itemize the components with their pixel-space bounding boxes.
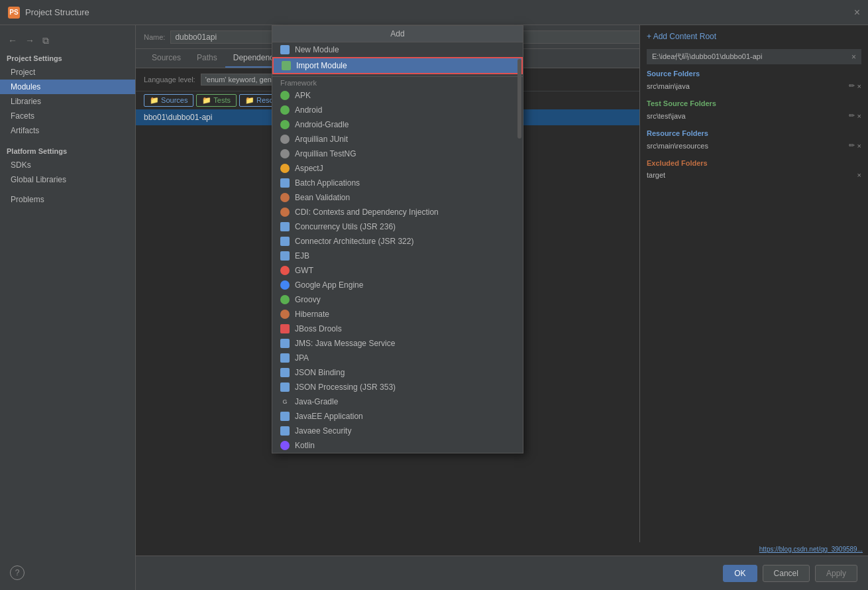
excluded-folder-entry-0: target × [647, 170, 861, 180]
dropdown-item-batch-applications[interactable]: Batch Applications [272, 176, 523, 190]
test-source-folders-section: Test Source Folders src\test\java ✏ × [647, 99, 861, 121]
test-source-folder-edit-0[interactable]: ✏ [849, 111, 855, 120]
ok-button[interactable]: OK [723, 565, 757, 582]
ejb-icon [280, 251, 290, 261]
dropdown-item-ejb[interactable]: EJB [272, 249, 523, 263]
source-folder-edit-0[interactable]: ✏ [849, 82, 855, 90]
cancel-button[interactable]: Cancel [763, 565, 810, 582]
apk-icon [280, 91, 290, 100]
sidebar-item-libraries[interactable]: Libraries [0, 94, 135, 109]
gwt-icon [280, 266, 290, 275]
folder-tab-sources[interactable]: 📁 Sources [144, 94, 193, 107]
sidebar-item-sdks[interactable]: SDKs [0, 158, 135, 172]
test-source-folder-actions-0: ✏ × [849, 111, 861, 120]
source-folder-path-0: src\main\java [647, 82, 690, 90]
sidebar-item-artifacts[interactable]: Artifacts [0, 123, 135, 138]
dropdown-item-apk[interactable]: APK [272, 88, 523, 103]
dropdown-item-import-module[interactable]: Import Module [272, 57, 523, 74]
resource-folder-path-0: src\main\resources [647, 142, 708, 150]
dropdown-item-new-module[interactable]: New Module [272, 42, 523, 57]
excluded-folders-title: Excluded Folders [647, 159, 861, 167]
connector-icon [280, 237, 290, 246]
dropdown-item-json-processing[interactable]: JSON Processing (JSR 353) [272, 380, 523, 394]
tab-paths[interactable]: Paths [189, 49, 225, 68]
excluded-folder-actions-0: × [857, 171, 861, 179]
url-link[interactable]: https://blog.csdn.net/qq_3909589... [759, 546, 863, 553]
folder-tab-tests-icon: 📁 [202, 96, 211, 104]
dropdown-item-jms[interactable]: JMS: Java Message Service [272, 336, 523, 351]
dropdown-item-javaee-application[interactable]: JavaEE Application [272, 409, 523, 424]
android-icon [280, 105, 290, 115]
help-button[interactable]: ? [10, 565, 25, 580]
batch-icon [280, 178, 290, 188]
excluded-folders-section: Excluded Folders target × [647, 159, 861, 180]
sidebar-item-problems[interactable]: Problems [0, 192, 135, 207]
title-bar: PS Project Structure × [0, 0, 868, 25]
dropdown-item-jpa[interactable]: JPA [272, 351, 523, 365]
test-source-folders-title: Test Source Folders [647, 99, 861, 107]
dropdown-scrollbar[interactable] [517, 59, 521, 139]
source-folders-title: Source Folders [647, 70, 861, 78]
add-content-root-button[interactable]: + Add Content Root [647, 32, 861, 41]
gae-icon [280, 280, 290, 290]
nav-copy-button[interactable]: ⧉ [40, 34, 52, 48]
sidebar-item-project[interactable]: Project [0, 65, 135, 80]
dropdown-item-groovy[interactable]: Groovy [272, 292, 523, 307]
jms-icon [280, 339, 290, 348]
sidebar-item-modules[interactable]: Modules [0, 80, 135, 94]
resource-folder-close-0[interactable]: × [857, 141, 861, 150]
path-header-text: E:\idea代码\dubbo01\dubbo01-api [652, 52, 762, 62]
new-module-icon [280, 45, 290, 54]
folder-tab-tests[interactable]: 📁 Tests [196, 94, 237, 107]
sidebar: ← → ⧉ Project Settings Project Modules L… [0, 25, 136, 590]
dropdown-item-kotlin[interactable]: Kotlin [272, 438, 523, 453]
jboss-icon [280, 324, 290, 333]
dropdown-header: Add [272, 26, 523, 42]
dropdown-item-android-gradle[interactable]: Android-Gradle [272, 117, 523, 132]
dropdown-item-jboss-drools[interactable]: JBoss Drools [272, 322, 523, 336]
test-source-folder-close-0[interactable]: × [857, 111, 861, 120]
path-header-close-icon[interactable]: × [851, 52, 856, 62]
module-name-label: Name: [144, 33, 165, 41]
dropdown-item-connector-architecture[interactable]: Connector Architecture (JSR 322) [272, 234, 523, 249]
right-panel: + Add Content Root E:\idea代码\dubbo01\dub… [639, 25, 868, 590]
folder-tab-sources-icon: 📁 [150, 96, 159, 104]
dropdown-item-javaee-security[interactable]: Javaee Security [272, 424, 523, 438]
aspectj-icon [280, 164, 290, 173]
dropdown-item-concurrency-utils[interactable]: Concurrency Utils (JSR 236) [272, 219, 523, 234]
arquillian-junit-icon [280, 135, 290, 144]
tab-sources[interactable]: Sources [144, 49, 189, 68]
test-source-folder-entry-0: src\test\java ✏ × [647, 110, 861, 121]
security-icon [280, 426, 290, 436]
dropdown-item-google-app-engine[interactable]: Google App Engine [272, 278, 523, 292]
source-folder-close-0[interactable]: × [857, 82, 861, 90]
dropdown-item-hibernate[interactable]: Hibernate [272, 307, 523, 322]
dropdown-item-gwt[interactable]: GWT [272, 263, 523, 278]
dropdown-item-android[interactable]: Android [272, 103, 523, 117]
content-area: Name: Sources Paths Dependencies Languag… [136, 25, 868, 590]
java-gradle-icon: G [280, 397, 290, 406]
hibernate-icon [280, 310, 290, 319]
sidebar-nav-bar: ← → ⧉ [0, 30, 135, 50]
apply-button[interactable]: Apply [815, 565, 857, 582]
resource-folder-entry-0: src\main\resources ✏ × [647, 140, 861, 151]
dropdown-item-cdi[interactable]: CDI: Contexts and Dependency Injection [272, 205, 523, 219]
sidebar-item-global-libraries[interactable]: Global Libraries [0, 172, 135, 187]
excluded-folder-close-0[interactable]: × [857, 171, 861, 179]
json-binding-icon [280, 368, 290, 377]
dropdown-item-bean-validation[interactable]: Bean Validation [272, 190, 523, 205]
dropdown-item-aspectj[interactable]: AspectJ [272, 161, 523, 176]
import-module-icon [282, 61, 291, 70]
nav-forward-button[interactable]: → [23, 34, 37, 47]
dropdown-item-json-binding[interactable]: JSON Binding [272, 365, 523, 380]
project-settings-title: Project Settings [0, 50, 135, 65]
groovy-icon [280, 295, 290, 304]
resource-folder-edit-0[interactable]: ✏ [849, 141, 855, 150]
close-button[interactable]: × [854, 7, 860, 19]
dropdown-item-arquillian-testng[interactable]: Arquillian TestNG [272, 147, 523, 161]
dropdown-item-arquillian-junit[interactable]: Arquillian JUnit [272, 132, 523, 147]
nav-back-button[interactable]: ← [5, 34, 20, 47]
dropdown-item-java-gradle[interactable]: G Java-Gradle [272, 394, 523, 409]
sidebar-item-facets[interactable]: Facets [0, 109, 135, 123]
javaee-icon [280, 412, 290, 421]
